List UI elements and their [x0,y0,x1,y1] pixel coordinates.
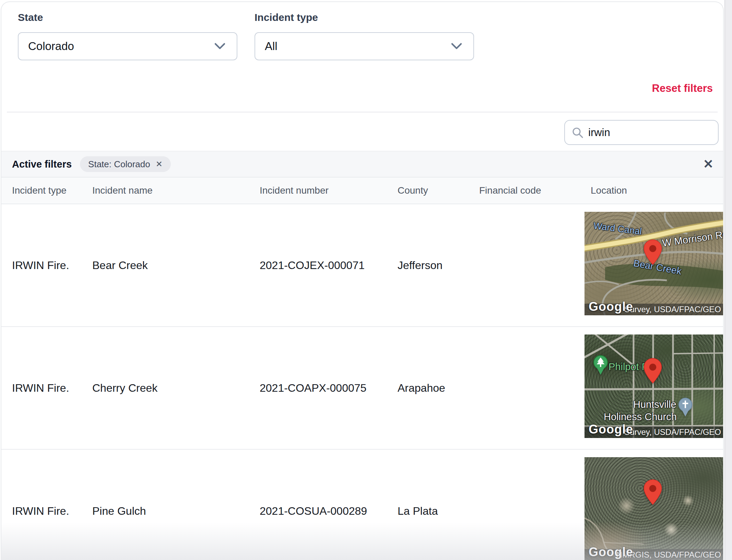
cell-incident-type: IRWIN Fire. [12,382,69,394]
active-filters-label: Active filters [12,159,72,170]
cell-county: Arapahoe [398,382,445,394]
location-map-thumbnail[interactable]: Ward Canal W Morrison Rd Bear Creek Goog… [585,212,724,315]
search-box [564,120,719,145]
incident-type-select-value: All [255,40,278,53]
close-icon[interactable]: ✕ [703,158,713,170]
incident-type-label: Incident type [255,12,318,23]
map-label-philpot-park: Philpot P [609,361,648,373]
cell-county: La Plata [398,505,438,518]
cell-incident-number: 2021-COAPX-000075 [260,382,366,394]
cell-incident-number: 2021-COSUA-000289 [260,505,367,518]
cell-incident-type: IRWIN Fire. [12,505,69,518]
column-header-county: County [398,185,428,196]
column-header-incident-name: Incident name [92,185,153,196]
chevron-down-icon [451,42,462,50]
table-row: IRWIN Fire. Cherry Creek 2021-COAPX-0000… [1,327,723,450]
google-logo: Google [589,422,633,437]
reset-filters-link[interactable]: Reset filters [652,82,713,95]
page: State Colorado Incident type All Reset f… [0,0,732,560]
red-map-pin-icon [644,479,662,506]
column-header-financial-code: Financial code [479,185,541,196]
google-logo: Google [589,545,633,559]
chip-remove-icon[interactable]: ✕ [156,160,163,168]
column-header-incident-number: Incident number [260,185,329,196]
location-map-thumbnail[interactable]: Google NMRGIS, USDA/FPAC/GEO [585,457,724,560]
cell-incident-name: Pine Gulch [92,505,146,518]
state-select[interactable]: Colorado [18,32,237,60]
state-label: State [18,12,43,23]
state-select-value: Colorado [19,40,74,53]
church-pin-icon [678,398,693,417]
scrollbar-track[interactable] [724,0,732,560]
cell-incident-number: 2021-COJEX-000071 [260,259,365,272]
cell-incident-name: Bear Creek [92,259,148,272]
park-pin-icon [593,355,609,375]
filter-chip-state-colorado[interactable]: State: Colorado ✕ [80,156,171,172]
cell-incident-type: IRWIN Fire. [12,259,69,272]
filter-chip-label: State: Colorado [88,159,150,170]
map-label-holiness-church: Holiness Church [604,411,677,423]
column-header-incident-type: Incident type [12,185,67,196]
red-map-pin-icon [644,239,662,266]
location-map-thumbnail[interactable]: Philpot P Huntsville Holiness Church Goo… [585,334,724,438]
map-label-huntsville: Huntsville [633,399,676,410]
incidents-panel: State Colorado Incident type All Reset f… [1,1,724,560]
cell-county: Jefferson [398,259,442,272]
table-row: IRWIN Fire. Bear Creek 2021-COJEX-000071… [1,204,723,327]
cell-incident-name: Cherry Creek [92,382,157,394]
chevron-down-icon [214,42,226,50]
google-logo: Google [589,300,633,314]
column-header-location: Location [591,185,627,196]
red-map-pin-icon [644,358,662,384]
table-header: Incident type Incident name Incident num… [1,178,723,204]
search-input[interactable] [588,126,705,139]
table-row: IRWIN Fire. Pine Gulch 2021-COSUA-000289… [1,450,723,560]
filters-divider [7,112,718,112]
incident-type-select[interactable]: All [255,32,474,60]
active-filters-bar: Active filters State: Colorado ✕ ✕ [1,151,723,178]
search-icon [572,127,583,138]
